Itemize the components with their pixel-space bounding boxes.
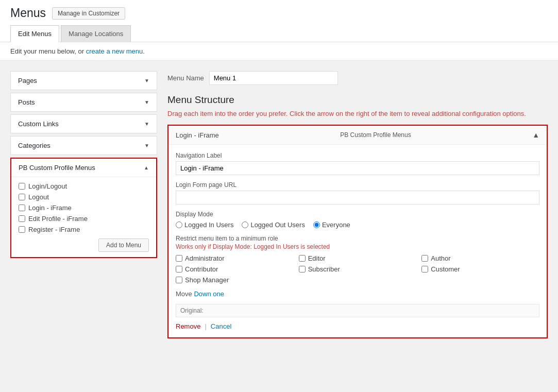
radio-logged-in-input[interactable] (176, 221, 182, 228)
action-separator: | (205, 322, 206, 330)
pb-checkbox-list: Login/Logout Logout Login - iFrame (19, 182, 149, 233)
accordion-pages-header[interactable]: Pages ▼ (11, 72, 157, 90)
menu-item-card: Login - iFrame PB Custom Profile Menus ▲… (167, 125, 548, 338)
original-field[interactable] (176, 304, 539, 317)
accordion-posts-header[interactable]: Posts ▼ (11, 93, 157, 111)
menu-name-input[interactable] (209, 71, 338, 85)
nav-label-input[interactable] (176, 161, 539, 175)
move-row: Move Down one (176, 290, 539, 298)
accordion-custom-links-arrow: ▼ (144, 121, 149, 127)
tab-manage-locations[interactable]: Manage Locations (61, 25, 131, 42)
checkbox-register-iframe[interactable] (19, 226, 25, 233)
page-title: Menus (10, 6, 46, 20)
accordion-pages: Pages ▼ (10, 71, 157, 90)
menu-name-label: Menu Name (167, 74, 204, 82)
menu-item-collapse-arrow[interactable]: ▲ (532, 131, 539, 139)
top-bar-title: Menus Manage in Customizer (10, 6, 548, 20)
sidebar: Pages ▼ Posts ▼ Custom Links ▼ (10, 71, 157, 261)
role-shop-manager-label: Shop Manager (185, 276, 229, 284)
accordion-custom-links-header[interactable]: Custom Links ▼ (11, 115, 157, 133)
accordion-custom-links: Custom Links ▼ (10, 114, 157, 133)
radio-everyone-input[interactable] (313, 221, 320, 228)
accordion-posts: Posts ▼ (10, 93, 157, 112)
role-author-label: Author (431, 254, 450, 262)
move-label: Move (176, 290, 192, 298)
checkbox-logout[interactable] (19, 194, 25, 200)
accordion-categories-arrow: ▼ (144, 143, 149, 148)
role-editor: Editor (299, 254, 417, 262)
radio-everyone-label: Everyone (322, 221, 350, 229)
menu-item-title: Login - iFrame (176, 131, 219, 139)
manage-in-customizer-button[interactable]: Manage in Customizer (52, 7, 125, 20)
nav-label-label: Navigation Label (176, 152, 539, 159)
accordion-pb-arrow: ▲ (144, 165, 149, 171)
label-logout: Logout (28, 193, 49, 201)
checkbox-shop-manager[interactable] (176, 277, 182, 283)
display-mode-group: Display Mode Logged In Users Logged Out … (176, 211, 539, 229)
page-wrap: Menus Manage in Customizer Edit Menus Ma… (0, 0, 558, 392)
menu-name-row: Menu Name (167, 71, 548, 85)
accordion-pages-label: Pages (18, 77, 37, 84)
accordion-pb-custom-profile-menus-header[interactable]: PB Custom Profile Menus ▲ (11, 159, 156, 177)
menu-structure-title: Menu Structure (167, 94, 548, 106)
notice-text: Edit your menu below, or (10, 47, 84, 55)
role-editor-label: Editor (308, 254, 326, 262)
role-administrator: Administrator (176, 254, 294, 262)
role-subscriber: Subscriber (299, 265, 417, 273)
accordion-categories-label: Categories (18, 142, 50, 149)
accordion-pb-label: PB Custom Profile Menus (19, 164, 95, 172)
list-item: Edit Profile - iFrame (19, 215, 149, 223)
role-contributor: Contributor (176, 265, 294, 273)
accordion-pages-arrow: ▼ (144, 78, 149, 83)
role-administrator-label: Administrator (185, 254, 225, 262)
checkbox-login-iframe[interactable] (19, 204, 25, 211)
label-login-logout: Login/Logout (28, 182, 67, 190)
tab-edit-menus[interactable]: Edit Menus (10, 25, 59, 42)
radio-everyone: Everyone (313, 221, 350, 229)
checkbox-editor[interactable] (299, 255, 306, 262)
checkbox-customer[interactable] (421, 266, 428, 272)
radio-logged-out: Logged Out Users (242, 221, 305, 229)
role-author: Author (421, 254, 539, 262)
role-subscriber-label: Subscriber (308, 265, 340, 273)
menu-item-type: PB Custom Profile Menus (340, 131, 411, 139)
label-edit-profile-iframe: Edit Profile - iFrame (28, 215, 88, 223)
restrict-title: Restrict menu item to a minimum role (176, 235, 539, 242)
role-customer-label: Customer (431, 265, 460, 273)
main-content: Pages ▼ Posts ▼ Custom Links ▼ (0, 61, 558, 349)
accordion-pb-body: Login/Logout Logout Login - iFrame (11, 177, 156, 257)
add-to-menu-button[interactable]: Add to Menu (98, 238, 149, 252)
radio-logged-in-label: Logged In Users (184, 221, 233, 229)
checkbox-edit-profile-iframe[interactable] (19, 215, 25, 222)
label-login-iframe: Login - iFrame (28, 204, 72, 212)
checkbox-author[interactable] (421, 255, 428, 262)
restrict-section: Restrict menu item to a minimum role Wor… (176, 235, 539, 284)
radio-row: Logged In Users Logged Out Users Everyon… (176, 221, 539, 229)
checkbox-administrator[interactable] (176, 255, 182, 262)
display-mode-label: Display Mode (176, 211, 539, 218)
menu-structure-hint: Drag each item into the order you prefer… (167, 110, 548, 117)
checkbox-subscriber[interactable] (299, 266, 306, 272)
url-group: Login Form page URL (176, 181, 539, 204)
accordion-pb-custom-profile-menus: PB Custom Profile Menus ▲ Login/Logout L… (10, 158, 157, 258)
checkbox-contributor[interactable] (176, 266, 182, 272)
role-contributor-label: Contributor (185, 265, 218, 273)
remove-link[interactable]: Remove (176, 322, 200, 330)
tabs: Edit Menus Manage Locations (10, 25, 548, 42)
accordion-posts-label: Posts (18, 98, 35, 106)
url-input[interactable] (176, 191, 539, 204)
move-down-one-link[interactable]: Down one (194, 290, 224, 298)
radio-logged-out-input[interactable] (242, 221, 248, 228)
accordion-categories: Categories ▼ (10, 136, 157, 155)
label-register-iframe: Register - iFrame (28, 226, 80, 233)
restrict-subtitle: Works only if Display Mode: Logged In Us… (176, 243, 539, 250)
create-new-menu-link[interactable]: create a new menu (86, 47, 143, 55)
url-label: Login Form page URL (176, 181, 539, 189)
cancel-link[interactable]: Cancel (211, 322, 231, 330)
accordion-categories-header[interactable]: Categories ▼ (11, 137, 157, 155)
list-item: Login - iFrame (19, 204, 149, 212)
menu-content: Menu Name Menu Structure Drag each item … (167, 71, 548, 338)
accordion-posts-arrow: ▼ (144, 99, 149, 105)
role-shop-manager: Shop Manager (176, 276, 294, 284)
checkbox-login-logout[interactable] (19, 183, 25, 190)
